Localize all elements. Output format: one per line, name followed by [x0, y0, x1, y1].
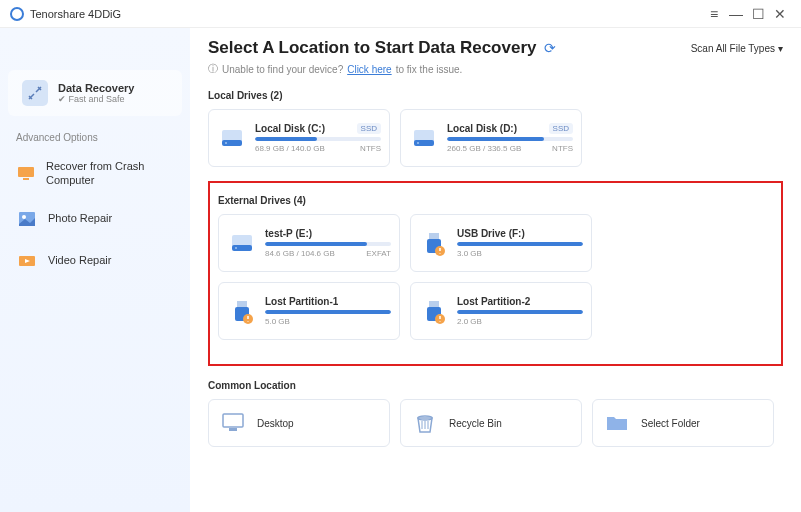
drive-card[interactable]: Lost Partition-22.0 GB — [410, 282, 592, 340]
drive-usage-bar — [265, 242, 391, 246]
drive-usage-bar — [457, 310, 583, 314]
advanced-options-label: Advanced Options — [0, 120, 190, 149]
tools-icon — [22, 80, 48, 106]
svg-point-10 — [417, 142, 419, 144]
location-name: Recycle Bin — [449, 418, 502, 429]
help-link[interactable]: Click here — [347, 64, 391, 75]
drive-badge: SSD — [357, 123, 381, 134]
common-location-label: Common Location — [208, 380, 783, 391]
svg-rect-17 — [237, 301, 247, 307]
drive-size: 260.5 GB / 336.5 GB — [447, 144, 521, 153]
hdd-icon — [227, 228, 257, 258]
usb-drive-icon — [419, 228, 449, 258]
sidebar-main-label: Data Recovery — [58, 82, 134, 94]
drive-name: Lost Partition-2 — [457, 296, 530, 307]
location-card[interactable]: Desktop — [208, 399, 390, 447]
drive-name: Local Disk (C:) — [255, 123, 325, 134]
sidebar-item-label: Photo Repair — [48, 211, 112, 225]
help-icon: ⓘ — [208, 62, 218, 76]
drive-size: 68.9 GB / 140.0 GB — [255, 144, 325, 153]
drive-fs: NTFS — [360, 144, 381, 153]
location-name: Desktop — [257, 418, 294, 429]
svg-rect-24 — [229, 428, 237, 431]
drive-name: USB Drive (F:) — [457, 228, 525, 239]
external-drives-grid: test-P (E:)84.6 GB / 104.6 GBEXFATUSB Dr… — [218, 214, 773, 340]
titlebar: Tenorshare 4DDiG ≡ — ☐ ✕ — [0, 0, 801, 28]
usb-drive-icon — [419, 296, 449, 326]
external-drives-highlight: External Drives (4) test-P (E:)84.6 GB /… — [208, 181, 783, 366]
drive-card[interactable]: Local Disk (C:)SSD68.9 GB / 140.0 GBNTFS — [208, 109, 390, 167]
desktop-icon — [219, 409, 247, 437]
page-title: Select A Location to Start Data Recovery — [208, 38, 536, 58]
close-button[interactable]: ✕ — [769, 3, 791, 25]
drive-usage-bar — [447, 137, 573, 141]
content-area: Select A Location to Start Data Recovery… — [190, 28, 801, 512]
drive-fs: EXFAT — [366, 249, 391, 258]
app-title: Tenorshare 4DDiG — [30, 8, 121, 20]
hdd-icon — [409, 123, 439, 153]
local-drives-grid: Local Disk (C:)SSD68.9 GB / 140.0 GBNTFS… — [208, 109, 783, 167]
drive-card[interactable]: Lost Partition-15.0 GB — [218, 282, 400, 340]
hdd-icon — [217, 123, 247, 153]
drive-usage-bar — [255, 137, 381, 141]
location-name: Select Folder — [641, 418, 700, 429]
drive-name: test-P (E:) — [265, 228, 312, 239]
svg-rect-23 — [223, 414, 243, 427]
drive-size: 2.0 GB — [457, 317, 482, 326]
drive-usage-bar — [457, 242, 583, 246]
maximize-button[interactable]: ☐ — [747, 3, 769, 25]
folder-icon — [603, 409, 631, 437]
svg-rect-0 — [18, 167, 34, 177]
svg-point-7 — [225, 142, 227, 144]
svg-rect-20 — [429, 301, 439, 307]
location-card[interactable]: Recycle Bin — [400, 399, 582, 447]
drive-size: 3.0 GB — [457, 249, 482, 258]
drive-fs: NTFS — [552, 144, 573, 153]
drive-card[interactable]: USB Drive (F:)3.0 GB — [410, 214, 592, 272]
scan-file-types-dropdown[interactable]: Scan All File Types ▾ — [691, 43, 783, 54]
drive-size: 5.0 GB — [265, 317, 290, 326]
sidebar-item-label: Video Repair — [48, 253, 111, 267]
drive-name: Local Disk (D:) — [447, 123, 517, 134]
svg-rect-1 — [23, 178, 29, 180]
local-drives-label: Local Drives (2) — [208, 90, 783, 101]
sidebar-main-sub: ✔ Fast and Safe — [58, 94, 134, 104]
video-icon — [16, 250, 38, 272]
minimize-button[interactable]: — — [725, 3, 747, 25]
sidebar-photo-repair[interactable]: Photo Repair — [0, 198, 190, 240]
sidebar-item-label: Recover from Crash Computer — [46, 159, 174, 188]
sidebar-data-recovery[interactable]: Data Recovery ✔ Fast and Safe — [8, 70, 182, 116]
external-drives-label: External Drives (4) — [218, 195, 773, 206]
crash-icon — [16, 162, 36, 184]
svg-rect-14 — [429, 233, 439, 239]
refresh-icon[interactable]: ⟳ — [544, 40, 556, 56]
drive-card[interactable]: Local Disk (D:)SSD260.5 GB / 336.5 GBNTF… — [400, 109, 582, 167]
location-card[interactable]: Select Folder — [592, 399, 774, 447]
chevron-down-icon: ▾ — [778, 43, 783, 54]
sidebar-recover-crash[interactable]: Recover from Crash Computer — [0, 149, 190, 198]
photo-icon — [16, 208, 38, 230]
drive-size: 84.6 GB / 104.6 GB — [265, 249, 335, 258]
usb-drive-icon — [227, 296, 257, 326]
help-row: ⓘ Unable to find your device? Click here… — [208, 62, 783, 76]
sidebar-video-repair[interactable]: Video Repair — [0, 240, 190, 282]
bin-icon — [411, 409, 439, 437]
svg-point-13 — [235, 247, 237, 249]
drive-card[interactable]: test-P (E:)84.6 GB / 104.6 GBEXFAT — [218, 214, 400, 272]
drive-usage-bar — [265, 310, 391, 314]
drive-badge: SSD — [549, 123, 573, 134]
sidebar: Data Recovery ✔ Fast and Safe Advanced O… — [0, 28, 190, 512]
svg-point-3 — [22, 215, 26, 219]
app-logo-icon — [10, 7, 24, 21]
common-location-grid: DesktopRecycle BinSelect Folder — [208, 399, 783, 447]
drive-name: Lost Partition-1 — [265, 296, 338, 307]
menu-icon[interactable]: ≡ — [703, 3, 725, 25]
